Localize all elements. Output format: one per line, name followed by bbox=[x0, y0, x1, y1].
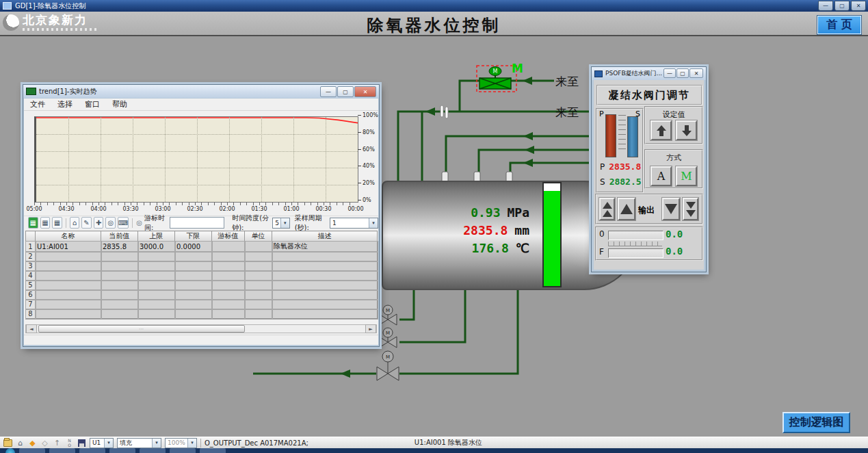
taskbar-app[interactable] bbox=[79, 448, 105, 453]
row-number[interactable]: 2 bbox=[26, 252, 36, 261]
table-row[interactable]: 2 bbox=[26, 252, 378, 261]
table-cell[interactable] bbox=[245, 242, 272, 252]
table-cell[interactable] bbox=[138, 271, 175, 281]
no-toggle-icon[interactable]: NO bbox=[65, 439, 74, 448]
table-cell[interactable] bbox=[101, 300, 138, 309]
table-cell[interactable] bbox=[272, 309, 378, 319]
table-cell[interactable] bbox=[101, 261, 138, 271]
trend-close-icon[interactable]: ✕ bbox=[354, 86, 376, 97]
table-cell[interactable] bbox=[272, 290, 378, 300]
table-row[interactable]: 7 bbox=[26, 300, 378, 309]
keyboard-icon[interactable]: ⌨ bbox=[118, 217, 129, 229]
taskbar-app[interactable] bbox=[19, 448, 45, 453]
table-cell[interactable] bbox=[138, 300, 175, 309]
output-fast-up-button[interactable] bbox=[599, 198, 615, 220]
table-cell[interactable] bbox=[212, 281, 245, 290]
table-view-icon[interactable]: ▦ bbox=[52, 217, 62, 229]
table-cell[interactable] bbox=[245, 261, 272, 271]
trend-maximize-icon[interactable]: ▢ bbox=[337, 86, 354, 97]
condensate-motor-valve[interactable]: M bbox=[477, 66, 516, 92]
column-header[interactable]: 下限 bbox=[175, 231, 212, 242]
menu-item[interactable]: 文件 bbox=[24, 99, 51, 109]
menu-item[interactable]: 选择 bbox=[51, 99, 79, 109]
span-select[interactable]: 5 ▾ bbox=[272, 218, 289, 229]
minimize-icon[interactable]: — bbox=[818, 1, 833, 11]
table-cell[interactable] bbox=[101, 281, 138, 290]
psofb-close-icon[interactable]: ✕ bbox=[689, 68, 703, 78]
trend-table-hscrollbar[interactable]: ◄ ⋯ ► bbox=[25, 324, 377, 333]
taskbar-app[interactable] bbox=[170, 448, 196, 453]
save-icon[interactable] bbox=[77, 439, 86, 448]
table-cell[interactable] bbox=[36, 261, 101, 271]
table-cell[interactable] bbox=[175, 252, 212, 261]
close-icon[interactable]: ✕ bbox=[851, 1, 866, 11]
trend-minimize-icon[interactable]: — bbox=[320, 86, 337, 97]
table-cell[interactable] bbox=[212, 309, 245, 319]
row-number[interactable]: 4 bbox=[26, 271, 36, 281]
table-cell[interactable] bbox=[272, 252, 378, 261]
row-number[interactable]: 1 bbox=[26, 242, 36, 252]
open-folder-icon[interactable] bbox=[3, 439, 12, 448]
table-cell[interactable] bbox=[272, 281, 378, 290]
table-cell[interactable] bbox=[245, 271, 272, 281]
table-cell[interactable] bbox=[101, 290, 138, 300]
table-cell[interactable] bbox=[138, 252, 175, 261]
output-fast-down-button[interactable] bbox=[683, 198, 698, 220]
table-cell[interactable] bbox=[245, 309, 272, 319]
table-cell[interactable] bbox=[138, 261, 175, 271]
menu-item[interactable]: 窗口 bbox=[79, 99, 106, 109]
nav-diamond-back-icon[interactable]: ◇ bbox=[40, 439, 49, 448]
column-header[interactable]: 单位 bbox=[245, 231, 272, 242]
table-cell[interactable]: 0.0000 bbox=[175, 242, 212, 252]
column-header[interactable]: 描述 bbox=[272, 231, 378, 242]
table-cell[interactable] bbox=[245, 290, 272, 300]
table-cell[interactable] bbox=[272, 271, 378, 281]
scroll-right-icon[interactable]: ► bbox=[365, 324, 376, 333]
taskbar-app[interactable] bbox=[140, 448, 166, 453]
psofb-maximize-icon[interactable]: ▢ bbox=[676, 68, 689, 78]
table-cell[interactable] bbox=[36, 271, 101, 281]
table-cell[interactable] bbox=[138, 290, 175, 300]
table-cell[interactable] bbox=[175, 271, 212, 281]
table-cell[interactable] bbox=[175, 309, 212, 319]
table-cell[interactable] bbox=[212, 300, 245, 309]
setpoint-up-button[interactable] bbox=[650, 120, 672, 140]
table-row[interactable]: 8 bbox=[26, 309, 378, 319]
setpoint-down-button[interactable] bbox=[676, 120, 697, 140]
scrollbar-thumb[interactable]: ⋯ bbox=[38, 325, 245, 333]
add-curve-icon[interactable]: ▦ bbox=[40, 217, 51, 229]
unit-select[interactable]: U1 ▾ bbox=[90, 438, 114, 448]
nav-diamond-icon[interactable]: ◆ bbox=[28, 439, 37, 448]
output-up-button[interactable] bbox=[618, 198, 635, 220]
table-row[interactable]: 1U1:AI0012835.83000.00.0000除氧器水位 bbox=[26, 242, 378, 252]
table-cell[interactable] bbox=[36, 290, 101, 300]
column-header[interactable]: 当前值 bbox=[101, 231, 138, 242]
psofb-minimize-icon[interactable]: — bbox=[663, 68, 676, 78]
table-cell[interactable] bbox=[272, 300, 378, 309]
table-cell[interactable] bbox=[212, 261, 245, 271]
home-icon[interactable]: ⌂ bbox=[16, 439, 25, 448]
table-row[interactable]: 3 bbox=[26, 261, 378, 271]
table-cell[interactable] bbox=[245, 300, 272, 309]
table-cell[interactable] bbox=[212, 290, 245, 300]
export-chart-icon[interactable]: ▦ bbox=[28, 217, 38, 229]
drain-valve-2[interactable]: M bbox=[379, 328, 397, 348]
row-number[interactable]: 8 bbox=[26, 309, 36, 319]
home-button[interactable]: 首 页 bbox=[817, 16, 861, 34]
row-number[interactable]: 6 bbox=[26, 290, 36, 300]
logic-diagram-button[interactable]: 控制逻辑图 bbox=[782, 412, 850, 433]
table-cell[interactable] bbox=[101, 309, 138, 319]
pencil-icon[interactable]: ✎ bbox=[81, 217, 92, 229]
table-cell[interactable] bbox=[175, 281, 212, 290]
table-cell[interactable] bbox=[36, 309, 101, 319]
sample-select[interactable]: 1 ▾ bbox=[330, 218, 378, 229]
mode-manual-button[interactable]: M bbox=[676, 166, 697, 186]
start-button[interactable] bbox=[5, 448, 15, 453]
column-header[interactable]: 上限 bbox=[138, 231, 175, 242]
table-cell[interactable] bbox=[245, 281, 272, 290]
table-cell[interactable] bbox=[212, 242, 245, 252]
taskbar-app[interactable] bbox=[200, 448, 226, 453]
taskbar-app[interactable] bbox=[109, 448, 135, 453]
menu-item[interactable]: 帮助 bbox=[106, 99, 133, 109]
table-cell[interactable] bbox=[212, 271, 245, 281]
